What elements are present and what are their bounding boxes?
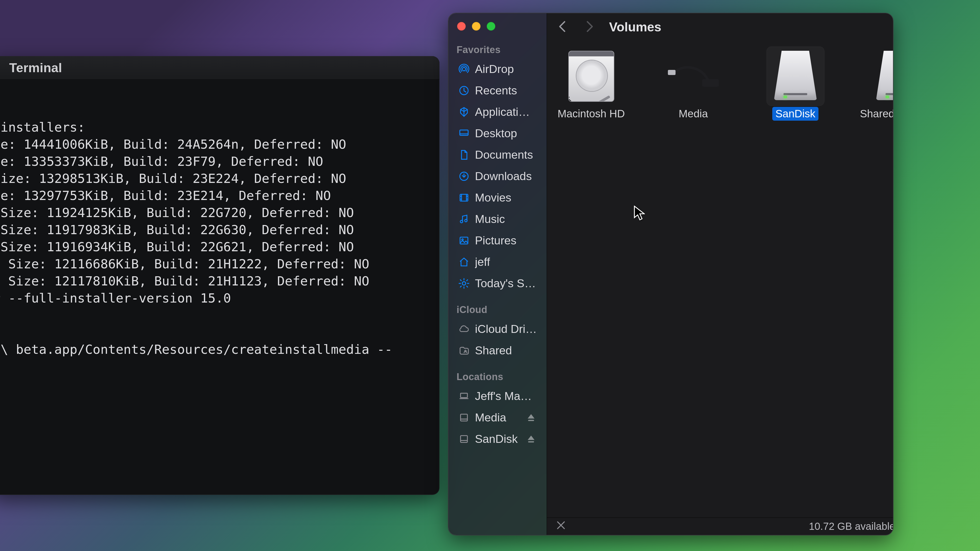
svg-rect-14	[461, 436, 468, 443]
finder-content[interactable]: ↖ Macintosh HD Media SanDisk Shared Supp…	[547, 41, 893, 518]
volume-macintosh-hd[interactable]: ↖ Macintosh HD	[561, 50, 621, 121]
status-available-text: 10.72 GB available	[809, 521, 893, 532]
laptop-icon	[458, 390, 470, 402]
sidebar-item-label: Recents	[475, 84, 517, 97]
zoom-window-button[interactable]	[487, 22, 495, 30]
window-controls	[457, 22, 541, 30]
finder-sidebar: Favorites AirDrop Recents Applicati… Des…	[449, 13, 547, 535]
svg-point-5	[460, 221, 463, 223]
back-button[interactable]	[556, 20, 569, 34]
sidebar-item-label: Applicati…	[475, 105, 530, 119]
pictures-icon	[458, 235, 470, 246]
sidebar-item-media[interactable]: Media	[455, 407, 541, 428]
external-drive-icon	[773, 51, 818, 102]
terminal-titlebar[interactable]: Terminal	[0, 56, 439, 79]
forward-button[interactable]	[583, 20, 596, 34]
finder-window: Favorites AirDrop Recents Applicati… Des…	[449, 13, 893, 535]
sidebar-item-label: Downloads	[475, 170, 532, 183]
svg-rect-15	[528, 441, 534, 443]
sidebar-item-music[interactable]: Music	[455, 208, 541, 230]
volume-label: Macintosh HD	[555, 107, 628, 121]
desktop-icon	[458, 127, 470, 139]
volume-shared-support[interactable]: Shared Support	[867, 50, 893, 121]
disk-icon	[458, 412, 470, 424]
sidebar-item-label: Jeff's Ma…	[475, 389, 532, 403]
close-window-button[interactable]	[457, 22, 466, 30]
disk-icon	[458, 433, 470, 445]
sidebar-item-recents[interactable]: Recents	[455, 80, 541, 101]
eject-icon[interactable]	[525, 412, 537, 424]
sidebar-item-label: Desktop	[475, 127, 517, 140]
statusbar-close-button[interactable]	[556, 520, 566, 532]
sidebar-item-shared[interactable]: Shared	[455, 340, 541, 361]
sidebar-item-airdrop[interactable]: AirDrop	[455, 59, 541, 80]
internal-hd-icon: ↖	[568, 51, 614, 102]
sidebar-item-pictures[interactable]: Pictures	[455, 230, 541, 251]
minimize-window-button[interactable]	[472, 22, 480, 30]
music-icon	[458, 213, 470, 225]
home-icon	[458, 256, 470, 268]
eject-icon[interactable]	[525, 433, 537, 445]
volume-label: Shared Support	[857, 107, 893, 121]
airdrop-icon	[458, 63, 470, 75]
svg-point-9	[462, 282, 466, 285]
sidebar-section-icloud: iCloud	[457, 304, 538, 315]
sidebar-item-downloads[interactable]: Downloads	[455, 165, 541, 187]
terminal-window: Terminal s installers: ze: 14441006KiB, …	[0, 56, 439, 495]
sidebar-item-label: SanDisk	[475, 432, 518, 446]
sidebar-item-applicati-[interactable]: Applicati…	[455, 101, 541, 123]
sidebar-item-label: Music	[475, 213, 505, 226]
sidebar-item-label: Documents	[475, 148, 533, 162]
svg-rect-13	[528, 420, 534, 421]
alias-badge-icon: ↖	[568, 94, 574, 102]
sidebar-item-label: AirDrop	[475, 62, 514, 76]
app-icon	[458, 106, 470, 118]
sidebar-item-label: Pictures	[475, 234, 517, 247]
volume-media[interactable]: Media	[663, 50, 724, 121]
sidebar-item-jeff[interactable]: jeff	[455, 251, 541, 273]
sidebar-item-label: Movies	[475, 191, 511, 204]
sidebar-item-label: jeff	[475, 256, 490, 268]
download-icon	[458, 170, 470, 182]
svg-point-0	[462, 67, 466, 71]
svg-rect-2	[460, 130, 468, 135]
location-title: Volumes	[609, 20, 662, 35]
shared-icon	[458, 345, 470, 356]
sidebar-item-documents[interactable]: Documents	[455, 144, 541, 165]
sidebar-item-label: Shared	[475, 344, 512, 357]
finder-toolbar: Volumes	[547, 13, 893, 41]
svg-point-6	[465, 219, 467, 222]
svg-rect-11	[461, 393, 468, 398]
cloud-icon	[458, 323, 470, 335]
volume-label: Media	[676, 107, 711, 121]
external-drive-icon	[875, 51, 893, 102]
clock-icon	[458, 85, 470, 97]
finder-statusbar: 10.72 GB available	[547, 518, 893, 535]
sidebar-item-desktop[interactable]: Desktop	[455, 123, 541, 144]
doc-icon	[458, 149, 470, 161]
sidebar-item-today-s-s-[interactable]: Today's S…	[455, 273, 541, 294]
sidebar-item-label: Today's S…	[475, 277, 536, 290]
sidebar-item-jeff-s-ma-[interactable]: Jeff's Ma…	[455, 386, 541, 407]
adapter-icon	[668, 62, 719, 90]
terminal-title: Terminal	[9, 60, 62, 75]
volume-sandisk[interactable]: SanDisk	[765, 50, 826, 121]
sidebar-item-movies[interactable]: Movies	[455, 187, 541, 208]
terminal-body[interactable]: s installers: ze: 14441006KiB, Build: 24…	[0, 79, 439, 495]
finder-main: Volumes ↖ Macintosh HD Media SanDisk Sha…	[547, 13, 893, 535]
volume-label: SanDisk	[772, 107, 818, 121]
sidebar-item-label: iCloud Dri…	[475, 322, 537, 336]
sidebar-section-locations: Locations	[457, 372, 538, 383]
sidebar-item-sandisk[interactable]: SanDisk	[455, 428, 541, 450]
sidebar-item-icloud-dri-[interactable]: iCloud Dri…	[455, 318, 541, 340]
sidebar-section-favorites: Favorites	[457, 44, 538, 56]
movies-icon	[458, 192, 470, 203]
svg-rect-7	[460, 237, 468, 244]
gear-icon	[458, 278, 470, 289]
sidebar-item-label: Media	[475, 411, 506, 424]
svg-rect-12	[461, 414, 468, 421]
